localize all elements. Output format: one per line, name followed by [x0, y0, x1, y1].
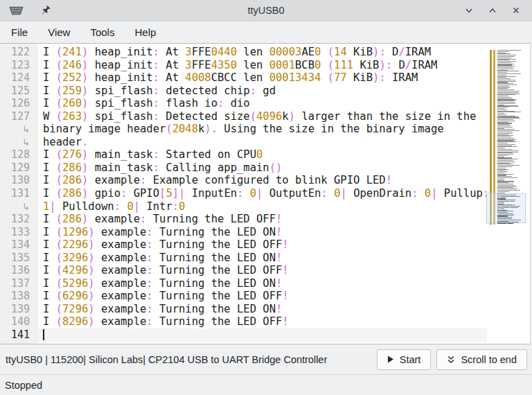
line-number: 133: [0, 226, 38, 239]
log-text: I (8296) example: Turning the LED OFF!: [38, 315, 487, 328]
log-text: I (286) example: Turning the LED OFF!: [38, 213, 487, 226]
close-icon[interactable]: [510, 4, 522, 17]
log-text: [38, 328, 487, 342]
log-line: 126I (260) spi_flash: flash io: dio: [0, 97, 487, 110]
log-text: I (252) heap_init: At 4008CBCC len 00013…: [38, 71, 487, 85]
line-number: 128: [0, 148, 38, 161]
menu-tools[interactable]: Tools: [86, 24, 118, 41]
pin-icon[interactable]: [39, 5, 51, 17]
log-text: header.: [38, 136, 487, 149]
log-line: 135I (3296) example: Turning the LED ON!: [0, 252, 487, 265]
line-number: 132: [0, 213, 38, 226]
log-text: binary image header(2048k). Using the si…: [38, 123, 487, 136]
log-text: I (286) main_task: Calling app_main(): [38, 161, 487, 175]
log-line: 125I (259) spi_flash: detected chip: gd: [0, 85, 487, 98]
line-number: 127: [0, 110, 38, 123]
log-line-wrap: ↳binary image header(2048k). Using the s…: [0, 123, 487, 136]
log-text: W (263) spi_flash: Detected size(4096k) …: [38, 110, 487, 123]
log-text: I (276) main_task: Started on CPU0: [38, 148, 487, 161]
titlebar: ttyUSB0: [0, 0, 532, 21]
window-title: ttyUSB0: [0, 5, 532, 16]
log-text: I (1296) example: Turning the LED ON!: [38, 226, 487, 239]
line-number: 124: [0, 71, 38, 85]
start-button-label: Start: [400, 354, 421, 365]
log-line: 124I (252) heap_init: At 4008CBCC len 00…: [0, 71, 487, 85]
scroll-to-end-label: Scroll to end: [461, 354, 517, 365]
device-label: ttyUSB0 | 115200| Silicon Labs| CP2104 U…: [0, 354, 327, 365]
log-text: I (241) heap_init: At 3FFE0440 len 00003…: [38, 46, 487, 59]
app-window: ttyUSB0 File View Tools Help 122I (241) …: [0, 0, 532, 395]
minimap-line: [497, 223, 513, 224]
serial-port-app-icon: [8, 4, 24, 17]
line-number: 122: [0, 46, 38, 59]
minimap-line: [511, 73, 512, 74]
maximize-icon[interactable]: [486, 4, 499, 17]
log-line: 123I (246) heap_init: At 3FFE4350 len 00…: [0, 59, 487, 72]
log-line: 132I (286) example: Turning the LED OFF!: [0, 213, 487, 226]
minimap-viewport[interactable]: [486, 193, 526, 223]
log-text: I (4296) example: Turning the LED OFF!: [38, 264, 487, 277]
minimap-line: [506, 223, 508, 224]
play-icon: [387, 356, 394, 363]
log-line: 127W (263) spi_flash: Detected size(4096…: [0, 110, 487, 123]
line-number: 140: [0, 315, 38, 328]
log-text: I (286) gpio: GPIO[5]| InputEn: 0| Outpu…: [38, 187, 489, 200]
menu-view[interactable]: View: [44, 24, 74, 41]
menu-help[interactable]: Help: [130, 24, 160, 41]
line-number: 136: [0, 264, 38, 277]
log-line: 136I (4296) example: Turning the LED OFF…: [0, 264, 487, 277]
log-text: I (259) spi_flash: detected chip: gd: [38, 85, 487, 98]
line-number: 131: [0, 187, 38, 200]
log-view[interactable]: 122I (241) heap_init: At 3FFE0440 len 00…: [0, 43, 531, 344]
log-text: I (246) heap_init: At 3FFE4350 len 0001B…: [38, 59, 487, 72]
minimap-line: [513, 146, 514, 147]
line-number: 130: [0, 174, 38, 187]
log-line-wrap: ↳1| Pulldown: 0| Intr:0: [0, 200, 487, 213]
log-text: 1| Pulldown: 0| Intr:0: [38, 200, 487, 213]
wrap-marker-icon: ↳: [0, 123, 38, 136]
log-text: I (260) spi_flash: flash io: dio: [38, 97, 487, 110]
line-number: 129: [0, 161, 38, 175]
line-number: 126: [0, 97, 38, 110]
scroll-to-end-icon: [447, 356, 455, 364]
line-number: 135: [0, 252, 38, 265]
log-line-wrap: ↳header.: [0, 136, 487, 149]
connection-bar: ttyUSB0 | 115200| Silicon Labs| CP2104 U…: [0, 344, 532, 374]
line-number: 141: [0, 328, 38, 342]
line-number: 138: [0, 290, 38, 303]
scroll-to-end-button[interactable]: Scroll to end: [436, 349, 527, 370]
line-number: 134: [0, 238, 38, 252]
menu-file[interactable]: File: [7, 24, 32, 41]
log-text: I (286) example: Example configured to b…: [38, 174, 487, 187]
log-line: 130I (286) example: Example configured t…: [0, 174, 487, 187]
log-text: I (2296) example: Turning the LED OFF!: [38, 238, 487, 252]
log-line: 131I (286) gpio: GPIO[5]| InputEn: 0| Ou…: [0, 187, 487, 200]
log-text: I (3296) example: Turning the LED ON!: [38, 252, 487, 265]
minimap-line: [514, 161, 515, 162]
log-line: 141: [0, 328, 487, 342]
line-number: 125: [0, 85, 38, 98]
statusbar: Stopped: [0, 374, 532, 395]
line-number: 123: [0, 59, 38, 72]
minimize-icon[interactable]: [463, 4, 475, 17]
menubar: File View Tools Help: [0, 21, 532, 43]
minimap-line: [509, 87, 511, 88]
start-button[interactable]: Start: [377, 349, 432, 370]
log-text: I (6296) example: Turning the LED OFF!: [38, 290, 487, 303]
status-text: Stopped: [5, 380, 42, 391]
wrap-marker-icon: ↳: [0, 200, 38, 213]
log-line: 137I (5296) example: Turning the LED ON!: [0, 277, 487, 290]
log-line: 134I (2296) example: Turning the LED OFF…: [0, 238, 487, 252]
log-line: 140I (8296) example: Turning the LED OFF…: [0, 315, 487, 328]
log-line: 133I (1296) example: Turning the LED ON!: [0, 226, 487, 239]
text-cursor: [43, 329, 44, 340]
log-text: I (5296) example: Turning the LED ON!: [38, 277, 487, 290]
minimap-scrollbar[interactable]: [486, 50, 527, 230]
log-line: 129I (286) main_task: Calling app_main(): [0, 161, 487, 175]
line-number: 137: [0, 277, 38, 290]
line-number: 139: [0, 303, 38, 316]
log-line: 139I (7296) example: Turning the LED ON!: [0, 303, 487, 316]
log-text: I (7296) example: Turning the LED ON!: [38, 303, 487, 316]
wrap-marker-icon: ↳: [0, 136, 38, 149]
log-line: 122I (241) heap_init: At 3FFE0440 len 00…: [0, 46, 487, 59]
